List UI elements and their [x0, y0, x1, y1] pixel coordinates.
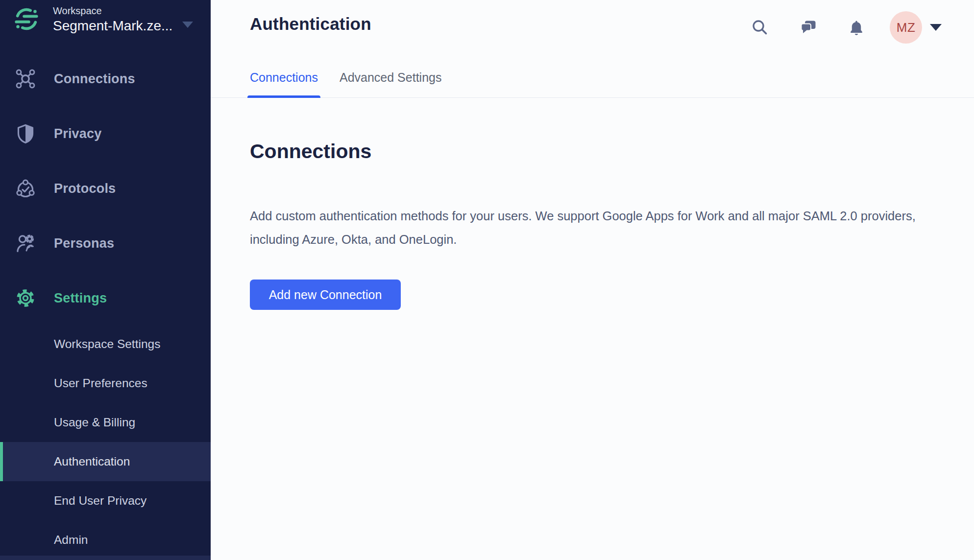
sidebar-subitem-authentication[interactable]: Authentication	[0, 442, 211, 481]
sidebar-nav: Connections Privacy Protocols	[0, 51, 211, 326]
sidebar-subitem-user-preferences[interactable]: User Preferences	[0, 364, 211, 403]
workspace-name: Segment-Mark.ze...	[53, 18, 172, 34]
main-content: Authentication MZ Connections Advanced S…	[211, 0, 974, 560]
workspace-chevron-icon[interactable]	[182, 22, 193, 28]
sidebar-subitem-end-user-privacy[interactable]: End User Privacy	[0, 481, 211, 520]
workspace-label: Workspace	[53, 5, 172, 17]
sidebar-subitem-admin[interactable]: Admin	[0, 520, 211, 560]
active-item-indicator	[0, 442, 3, 481]
notifications-bell-icon[interactable]	[848, 19, 865, 36]
settings-gear-icon	[15, 287, 36, 309]
page-title: Authentication	[250, 14, 371, 34]
avatar-initials: MZ	[897, 20, 916, 35]
segment-logo-icon	[14, 6, 39, 32]
personas-user-gear-icon	[15, 233, 36, 254]
workspace-switcher[interactable]: Workspace Segment-Mark.ze...	[0, 0, 211, 49]
sidebar-item-label: Settings	[54, 291, 107, 306]
sidebar-bottom-partial-item	[0, 556, 211, 560]
sidebar-subitem-label: Admin	[54, 533, 88, 547]
sidebar-item-privacy[interactable]: Privacy	[0, 106, 211, 161]
sidebar-subitem-label: Workspace Settings	[54, 337, 160, 351]
search-icon[interactable]	[752, 19, 768, 36]
section-heading: Connections	[250, 140, 371, 163]
avatar-chevron-icon[interactable]	[930, 24, 942, 31]
tab-label: Connections	[250, 70, 318, 85]
section-description: Add custom authentication methods for yo…	[250, 204, 916, 251]
protocols-check-icon	[15, 178, 36, 199]
sidebar-item-label: Personas	[54, 236, 114, 251]
tab-advanced-settings[interactable]: Advanced Settings	[340, 58, 441, 97]
sidebar-subitem-label: Usage & Billing	[54, 416, 135, 429]
connections-network-icon	[15, 68, 36, 90]
add-new-connection-label: Add new Connection	[269, 288, 382, 302]
add-new-connection-button[interactable]: Add new Connection	[250, 280, 401, 310]
tab-connections[interactable]: Connections	[250, 58, 318, 97]
tab-label: Advanced Settings	[340, 70, 441, 85]
settings-subnav: Workspace Settings User Preferences Usag…	[0, 325, 211, 560]
chat-icon[interactable]	[799, 18, 818, 37]
sidebar-item-label: Protocols	[54, 181, 116, 196]
sidebar-item-label: Privacy	[54, 126, 101, 141]
avatar[interactable]: MZ	[890, 11, 922, 44]
tabbar: Connections Advanced Settings	[211, 58, 974, 98]
sidebar-item-protocols[interactable]: Protocols	[0, 161, 211, 216]
header-actions: MZ	[752, 0, 974, 55]
sidebar-item-connections[interactable]: Connections	[0, 51, 211, 106]
sidebar-item-label: Connections	[54, 71, 135, 87]
active-tab-indicator	[247, 95, 320, 98]
sidebar-subitem-usage-billing[interactable]: Usage & Billing	[0, 403, 211, 442]
privacy-shield-icon	[15, 123, 36, 144]
sidebar-item-personas[interactable]: Personas	[0, 216, 211, 271]
sidebar-subitem-label: End User Privacy	[54, 494, 146, 508]
sidebar-subitem-label: User Preferences	[54, 376, 147, 390]
sidebar-subitem-workspace-settings[interactable]: Workspace Settings	[0, 325, 211, 364]
sidebar: Workspace Segment-Mark.ze... Connections	[0, 0, 211, 560]
sidebar-subitem-label: Authentication	[54, 455, 130, 468]
sidebar-item-settings[interactable]: Settings	[0, 271, 211, 326]
